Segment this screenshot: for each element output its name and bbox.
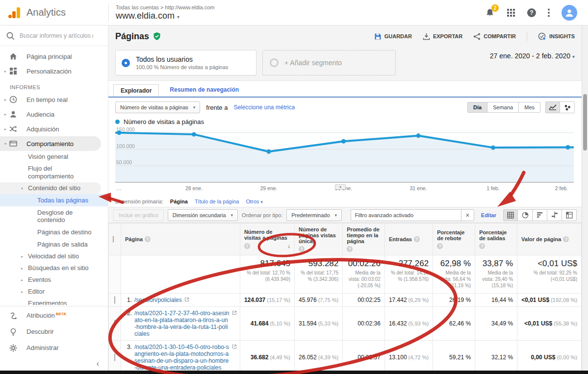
- axis-dropdown[interactable]: ▾: [335, 184, 346, 190]
- help-icon[interactable]: [563, 236, 569, 242]
- row-checkbox[interactable]: [114, 353, 115, 361]
- help-icon[interactable]: [299, 246, 305, 252]
- shield-check-icon[interactable]: [153, 32, 161, 41]
- help-icon[interactable]: [145, 236, 151, 242]
- sidebar-item-events[interactable]: ▸Eventos: [0, 274, 108, 286]
- table-row: 2./nota/2020-1-27-2-37-40-otro-asesinato…: [109, 307, 582, 341]
- timeseries-chart[interactable]: 50.000100.000150.000…28 ene.29 ene.30 en…: [108, 126, 582, 195]
- sidebar-item-content-drilldown[interactable]: Desglose de contenido: [0, 206, 108, 226]
- legend-dot-icon: [115, 120, 120, 124]
- date-range-picker[interactable]: 27 ene. 2020 - 2 feb. 2020 ▾: [490, 50, 575, 60]
- help-icon[interactable]: [414, 236, 420, 242]
- search-input[interactable]: [20, 32, 93, 39]
- primary-dimension-label: Dimensión primaria:: [115, 199, 163, 204]
- sidebar-item-site-speed[interactable]: ▸Velocidad del sitio: [0, 250, 108, 262]
- col-header-bounce-rate[interactable]: Porcentaje de rebote: [433, 224, 475, 255]
- col-header-unique-pageviews[interactable]: Número de páginas vistas únicas: [294, 224, 342, 255]
- scrollbar-thumb[interactable]: [583, 94, 587, 150]
- help-icon[interactable]: [437, 243, 443, 249]
- external-link-icon[interactable]: [232, 310, 237, 315]
- row-checkbox[interactable]: [114, 320, 115, 327]
- external-link-icon[interactable]: [232, 344, 237, 349]
- property-selector[interactable]: www.eldia.com ▾: [116, 11, 214, 21]
- page-link[interactable]: /nota/2020-1-27-2-37-40-otro-asesinato-e…: [134, 310, 230, 337]
- chevron-down-icon: ▾: [572, 54, 575, 59]
- dimension-other[interactable]: Otros ▾: [246, 199, 263, 204]
- select-metric-link[interactable]: Seleccione una métrica: [233, 104, 295, 111]
- vertical-scrollbar[interactable]: [582, 25, 588, 371]
- sidebar-item-acquisition[interactable]: ▸ Adquisición: [0, 122, 108, 136]
- col-header-avg-time[interactable]: Promedio de tiempo en la página: [343, 224, 385, 255]
- help-icon[interactable]: ?: [527, 8, 536, 17]
- page-link[interactable]: /seccion/policiales: [134, 297, 182, 303]
- col-header-page-value[interactable]: Valor de página: [517, 224, 582, 255]
- col-header-entrances[interactable]: Entradas: [384, 224, 433, 255]
- scatter-chart-button[interactable]: [560, 101, 575, 113]
- sidebar-item-admin[interactable]: Administrar: [0, 340, 108, 356]
- col-header-pageviews[interactable]: Número de visitas a páginas↓: [240, 224, 294, 255]
- sidebar-item-experiments[interactable]: Experimentos: [0, 298, 108, 305]
- sidebar-item-landing-pages[interactable]: Páginas de destino: [0, 226, 108, 238]
- expand-icon: ▸: [21, 253, 23, 261]
- granularity-month-button[interactable]: Mes: [519, 102, 540, 113]
- save-button[interactable]: GUARDAR: [374, 33, 412, 40]
- dimension-page[interactable]: Página: [170, 199, 188, 204]
- sidebar-item-behavior[interactable]: ▾ Comportamiento: [0, 136, 101, 151]
- sidebar-item-realtime[interactable]: ▸ En tiempo real: [0, 92, 108, 107]
- tab-explorer[interactable]: Explorador: [113, 84, 159, 97]
- col-header-exit-rate[interactable]: Porcentaje de salidas: [475, 224, 517, 255]
- metric-selector-dropdown[interactable]: Número de visitas a páginas▾: [115, 101, 200, 113]
- performance-view-button[interactable]: [533, 209, 547, 221]
- advanced-filter-chip: Filtro avanzado activado ×: [351, 209, 474, 221]
- sidebar-item-label: Adquisición: [26, 125, 59, 133]
- segment-card-all-users[interactable]: Todos los usuarios 100,00 % Número de vi…: [115, 50, 256, 75]
- sidebar-item-personalization[interactable]: ▸ Personalización: [0, 64, 108, 78]
- insights-button[interactable]: INSIGHTS: [538, 32, 575, 41]
- clear-filter-button[interactable]: ×: [461, 210, 474, 221]
- comparison-view-button[interactable]: [547, 209, 562, 221]
- sort-type-dropdown[interactable]: Predeterminado▾: [286, 209, 342, 221]
- select-all-checkbox[interactable]: [113, 236, 114, 243]
- export-button[interactable]: EXPORTAR: [423, 33, 462, 40]
- help-icon[interactable]: [347, 246, 353, 252]
- breadcrumb[interactable]: Todas las cuentas > http://www.eldia.com: [116, 4, 214, 10]
- help-icon[interactable]: [244, 243, 250, 249]
- avatar[interactable]: [562, 5, 577, 21]
- plot-rows-button[interactable]: Incluir en gráfico: [113, 209, 164, 221]
- sidebar-item-all-pages[interactable]: Todas las páginas: [0, 194, 108, 206]
- percentage-view-button[interactable]: [518, 209, 533, 221]
- sidebar-item-attribution[interactable]: AtribuciónBETA: [0, 307, 108, 324]
- row-index: 1.: [124, 297, 132, 303]
- help-icon[interactable]: [479, 243, 485, 249]
- sidebar-item-discover[interactable]: Descubrir: [0, 324, 108, 340]
- sidebar-item-audience[interactable]: ▸ Audiencia: [0, 107, 108, 122]
- granularity-day-button[interactable]: Día: [467, 102, 487, 113]
- dimension-page-title[interactable]: Título de la página: [195, 199, 239, 204]
- sidebar-collapse-button[interactable]: ‹: [0, 357, 108, 371]
- sidebar-item-exit-pages[interactable]: Páginas de salida: [0, 238, 108, 250]
- sidebar-item-site-content[interactable]: ▾Contenido del sitio: [0, 182, 101, 194]
- pivot-view-button[interactable]: [562, 209, 577, 221]
- edit-filter-link[interactable]: Editar: [481, 212, 496, 218]
- add-segment-button[interactable]: + Añadir segmento: [262, 50, 396, 75]
- apps-grid-icon[interactable]: [507, 8, 515, 17]
- sidebar-item-behavior-overview[interactable]: Visión general: [0, 151, 108, 163]
- col-header-page[interactable]: Página: [121, 224, 240, 255]
- share-button[interactable]: COMPARTIR: [473, 33, 516, 40]
- svg-text:50.000: 50.000: [116, 159, 132, 165]
- overflow-menu-icon[interactable]: [548, 8, 550, 17]
- sidebar-item-site-search[interactable]: ▸Búsquedas en el sitio: [0, 262, 108, 274]
- sidebar-item-publisher[interactable]: ▸Editor: [0, 286, 108, 298]
- row-checkbox[interactable]: [114, 296, 115, 304]
- sidebar-item-behavior-flow[interactable]: Flujo del comportamiento: [0, 163, 108, 182]
- sidebar-item-home[interactable]: Página principal: [0, 49, 108, 64]
- page-link[interactable]: /nota/2020-1-30-10-45-0-otro-robo-sangri…: [134, 344, 230, 371]
- main-content: Páginas GUARDAR EXPORTAR COMPARTIR: [108, 25, 582, 371]
- secondary-dimension-dropdown[interactable]: Dimensión secundaria▾: [168, 209, 238, 221]
- tab-navigation-summary[interactable]: Resumen de navegación: [169, 84, 240, 97]
- table-view-button[interactable]: [503, 209, 518, 221]
- notifications-button[interactable]: 2: [485, 8, 495, 18]
- granularity-week-button[interactable]: Semana: [487, 102, 519, 113]
- external-link-icon[interactable]: [184, 297, 189, 302]
- line-chart-button[interactable]: [545, 101, 560, 113]
